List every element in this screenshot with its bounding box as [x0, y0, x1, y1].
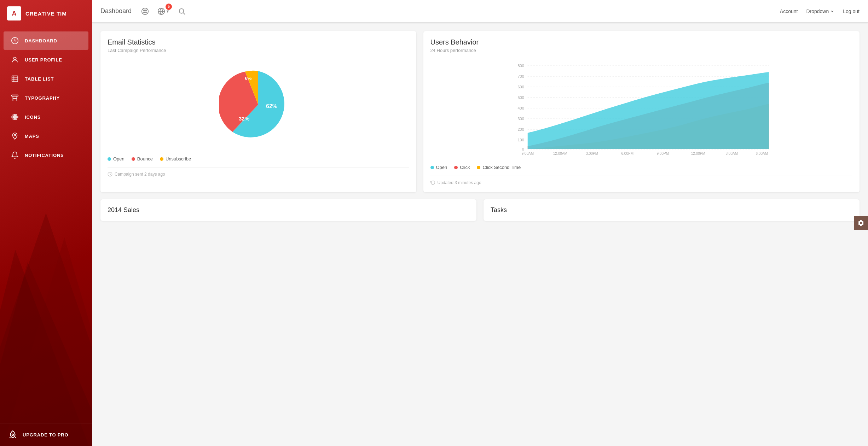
svg-point-17	[144, 10, 145, 11]
users-behavior-footer-text: Updated 3 minutes ago	[438, 180, 481, 185]
pie-chart: 62% 32% 6%	[219, 66, 297, 143]
svg-text:6:00AM: 6:00AM	[756, 152, 768, 155]
sidebar-item-label: DASHBOARD	[25, 38, 57, 43]
svg-point-10	[14, 116, 16, 118]
settings-btn[interactable]	[854, 216, 868, 230]
svg-point-1	[13, 57, 16, 60]
sidebar-brand[interactable]: A CREATIVE TIM	[0, 0, 92, 27]
svg-point-20	[145, 12, 146, 13]
sidebar-item-notifications[interactable]: NOTIFICATIONS	[4, 146, 88, 164]
svg-text:32%: 32%	[239, 116, 249, 122]
notification-badge: 5	[166, 4, 172, 10]
rocket-icon	[7, 429, 18, 440]
sidebar-item-label: USER PROFILE	[25, 57, 62, 63]
users-behavior-card: Users Behavior 24 Hours performance .gri…	[423, 31, 860, 192]
bell-icon	[11, 151, 19, 159]
user-icon	[11, 55, 19, 64]
pie-legend: Open Bounce Unsubscribe	[108, 156, 409, 162]
sidebar-item-typography[interactable]: TYPOGRAPHY	[4, 89, 88, 107]
legend-open: Open	[108, 156, 125, 162]
sidebar-item-maps[interactable]: MAPS	[4, 127, 88, 145]
legend-open-label: Open	[113, 156, 125, 162]
upgrade-label: UPGRADE TO PRO	[23, 432, 68, 438]
svg-text:800: 800	[517, 64, 524, 68]
svg-text:100: 100	[517, 138, 524, 142]
svg-point-14	[14, 134, 16, 136]
svg-point-23	[179, 8, 184, 13]
palette-btn[interactable]	[139, 5, 151, 18]
legend-unsubscribe-label: Unsubscribe	[166, 156, 191, 162]
area-open-dot	[430, 166, 434, 169]
email-statistics-card: Email Statistics Last Campaign Performan…	[100, 31, 416, 192]
area-click-dot	[454, 166, 458, 169]
logout-link[interactable]: Log out	[843, 8, 860, 14]
legend-area-click2: Click Second Time	[477, 165, 521, 170]
account-link[interactable]: Account	[780, 8, 798, 14]
svg-text:400: 400	[517, 106, 524, 110]
legend-area-open: Open	[430, 165, 447, 170]
legend-area-click: Click	[454, 165, 470, 170]
globe-notification-btn[interactable]: 5 ▼	[157, 5, 170, 18]
legend-area-click-label: Click	[460, 165, 470, 170]
clock-icon	[11, 36, 19, 45]
svg-text:200: 200	[517, 127, 524, 131]
svg-text:6%: 6%	[245, 76, 252, 81]
svg-text:300: 300	[517, 117, 524, 121]
bottom-cards-row: 2014 Sales Tasks	[100, 199, 860, 221]
sidebar-item-user-profile[interactable]: USER PROFILE	[4, 51, 88, 69]
svg-text:12:00AM: 12:00AM	[553, 152, 567, 155]
svg-rect-2	[12, 76, 18, 82]
svg-text:6:00PM: 6:00PM	[621, 152, 633, 155]
sidebar-item-label: NOTIFICATIONS	[25, 153, 64, 158]
svg-text:0: 0	[522, 147, 524, 151]
svg-text:9:00PM: 9:00PM	[656, 152, 669, 155]
sidebar-upgrade-btn[interactable]: UPGRADE TO PRO	[0, 423, 92, 446]
email-stats-footer-text: Campaign sent 2 days ago	[115, 172, 165, 177]
svg-text:500: 500	[517, 95, 524, 100]
area-chart-container: .grid-line { stroke: #e0e0e0; stroke-das…	[430, 59, 853, 159]
open-dot	[108, 157, 111, 161]
search-btn[interactable]	[175, 5, 188, 18]
sidebar-item-icons[interactable]: ICONS	[4, 108, 88, 126]
sidebar-item-table-list[interactable]: TABLE LIST	[4, 70, 88, 88]
email-stats-subtitle: Last Campaign Performance	[108, 48, 409, 53]
tasks-card: Tasks	[484, 199, 860, 221]
legend-bounce-label: Bounce	[137, 156, 153, 162]
email-stats-footer: Campaign sent 2 days ago	[108, 167, 409, 177]
tasks-title: Tasks	[491, 206, 852, 214]
sidebar-item-dashboard[interactable]: DASHBOARD	[4, 31, 88, 50]
refresh-footer-icon	[430, 180, 435, 185]
users-behavior-title: Users Behavior	[430, 38, 853, 46]
svg-text:12:00PM: 12:00PM	[691, 152, 705, 155]
table-icon	[11, 75, 19, 83]
unsubscribe-dot	[160, 157, 163, 161]
users-behavior-subtitle: 24 Hours performance	[430, 48, 853, 53]
main-area: Dashboard 5 ▼	[92, 0, 868, 446]
content-area: Email Statistics Last Campaign Performan…	[92, 23, 868, 446]
clock-footer-icon	[108, 172, 112, 177]
sidebar-nav: DASHBOARD USER PROFILE	[0, 27, 92, 423]
svg-line-24	[183, 13, 185, 14]
svg-text:9:00AM: 9:00AM	[521, 152, 533, 155]
area-click2-dot	[477, 166, 480, 169]
svg-point-15	[12, 434, 13, 435]
sales-title: 2014 Sales	[108, 206, 469, 214]
sidebar-item-label: ICONS	[25, 115, 41, 120]
atom-icon	[11, 113, 19, 121]
svg-text:3:00AM: 3:00AM	[725, 152, 737, 155]
dropdown-btn[interactable]: Dropdown	[806, 8, 834, 14]
svg-rect-6	[12, 95, 18, 96]
page-title: Dashboard	[100, 7, 132, 15]
svg-text:700: 700	[517, 74, 524, 78]
svg-point-19	[144, 12, 145, 13]
legend-unsubscribe: Unsubscribe	[160, 156, 191, 162]
map-pin-icon	[11, 132, 19, 140]
top-cards-row: Email Statistics Last Campaign Performan…	[100, 31, 860, 192]
email-stats-title: Email Statistics	[108, 38, 409, 46]
sidebar-item-label: TABLE LIST	[25, 76, 54, 82]
svg-point-16	[142, 8, 148, 14]
svg-text:3:00PM: 3:00PM	[586, 152, 598, 155]
pie-chart-container: 62% 32% 6%	[108, 59, 409, 151]
svg-text:62%: 62%	[266, 103, 277, 109]
svg-point-18	[145, 10, 146, 11]
